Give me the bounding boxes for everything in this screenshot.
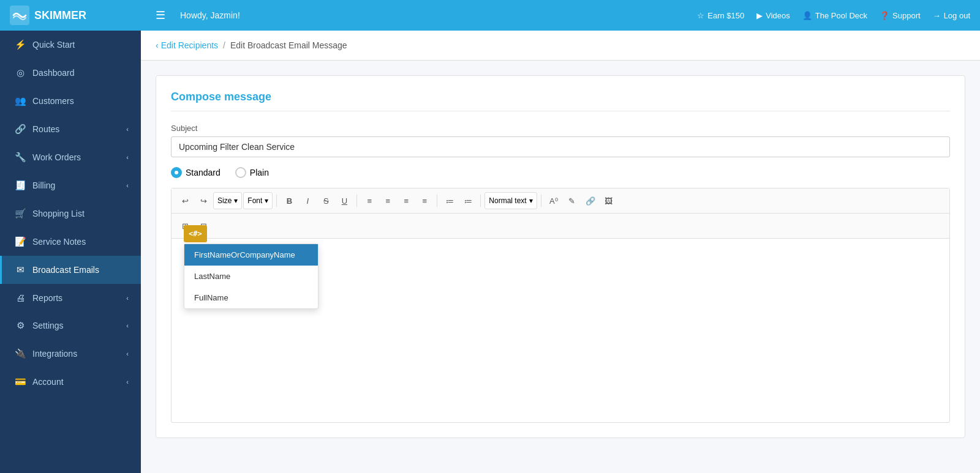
logout-icon: → [933,11,941,20]
subject-input[interactable] [171,136,950,157]
dropdown-item-last-name[interactable]: LastName [184,266,318,287]
greeting-text: Howdy, Jazmin! [180,10,240,20]
undo-button[interactable]: ↩ [176,192,194,209]
sidebar-label-settings: Settings [32,321,64,330]
breadcrumb-separator: / [223,40,225,50]
sidebar-item-work-orders[interactable]: 🔧 Work Orders ‹ [0,143,141,171]
sidebar-icon-dashboard: ◎ [14,67,26,78]
logo-text: SKIMMER [34,9,86,22]
sidebar-icon-settings: ⚙ [14,320,26,331]
pool-deck-link[interactable]: 👤 The Pool Deck [802,11,867,20]
font-chevron-icon: ▾ [265,196,268,205]
chevron-icon-settings: ‹ [126,322,129,329]
underline-button[interactable]: U [336,192,353,209]
sidebar-label-shopping-list: Shopping List [32,209,85,218]
layout: ⚡ Quick Start ◎ Dashboard 👥 Customers 🔗 … [0,31,980,473]
ordered-list-button[interactable]: ≔ [441,192,458,209]
pen-button[interactable]: ✎ [564,192,581,209]
toolbar-divider-2 [356,195,357,207]
chevron-icon-reports: ‹ [126,294,129,302]
sidebar-label-customers: Customers [32,96,74,106]
sidebar-label-billing: Billing [32,181,55,190]
align-right-button[interactable]: ≡ [398,192,415,209]
sidebar-label-work-orders: Work Orders [32,152,81,162]
format-button[interactable]: A⁰ [545,192,562,209]
merge-tag-button[interactable]: <#> [184,225,207,242]
merge-tag-dropdown: FirstNameOrCompanyNameLastNameFullName [184,244,318,309]
align-left-button[interactable]: ≡ [361,192,378,209]
sidebar-icon-billing: 🧾 [14,180,26,191]
sidebar-icon-integrations: 🔌 [14,348,26,359]
sidebar-item-dashboard[interactable]: ◎ Dashboard [0,59,141,87]
align-center-button[interactable]: ≡ [379,192,396,209]
normal-text-chevron-icon: ▾ [529,196,533,205]
hamburger-icon[interactable]: ☰ [156,9,165,22]
dropdown-item-first-name-or-company[interactable]: FirstNameOrCompanyName [184,244,318,266]
chevron-icon-account: ‹ [126,378,129,385]
size-select[interactable]: Size ▾ [213,192,242,209]
sidebar-icon-reports: 🖨 [14,292,26,303]
sidebar-label-quick-start: Quick Start [32,40,75,50]
font-select[interactable]: Font ▾ [243,192,273,209]
sidebar-item-settings[interactable]: ⚙ Settings ‹ [0,311,141,340]
sidebar-icon-work-orders: 🔧 [14,152,26,163]
sidebar-item-broadcast-emails[interactable]: ✉ Broadcast Emails [0,256,141,284]
compose-section: Compose message Subject Standard Plain [156,75,965,438]
strikethrough-button[interactable]: S [317,192,334,209]
sidebar-item-reports[interactable]: 🖨 Reports ‹ [0,284,141,311]
sidebar-item-routes[interactable]: 🔗 Routes ‹ [0,115,141,143]
plain-label: Plain [250,168,269,177]
breadcrumb: ‹ Edit Recipients / Edit Broadcast Email… [141,31,980,61]
topnav-greeting-area: ☰ Howdy, Jazmin! [151,9,697,22]
sidebar-label-routes: Routes [32,124,59,134]
breadcrumb-back-link[interactable]: ‹ Edit Recipients [156,40,218,50]
sidebar-item-customers[interactable]: 👥 Customers [0,87,141,115]
standard-label: Standard [186,168,221,177]
logo: SKIMMER [10,6,151,25]
italic-button[interactable]: I [299,192,316,209]
sidebar-label-account: Account [32,377,64,387]
dropdown-item-full-name[interactable]: FullName [184,287,318,308]
sidebar-item-shopping-list[interactable]: 🛒 Shopping List [0,199,141,228]
align-justify-button[interactable]: ≡ [416,192,433,209]
pool-deck-icon: 👤 [802,11,812,20]
topnav-right: ☆ Earn $150 ▶ Videos 👤 The Pool Deck ❓ S… [697,11,970,20]
bold-button[interactable]: B [281,192,298,209]
normal-text-select[interactable]: Normal text ▾ [484,192,537,209]
sidebar-icon-service-notes: 📝 [14,236,26,247]
chevron-icon-integrations: ‹ [126,350,129,357]
sidebar-icon-broadcast-emails: ✉ [14,264,26,275]
play-icon: ▶ [756,11,763,20]
star-icon: ☆ [697,11,704,20]
sidebar-icon-shopping-list: 🛒 [14,208,26,219]
sidebar-item-billing[interactable]: 🧾 Billing ‹ [0,171,141,199]
sidebar-item-integrations[interactable]: 🔌 Integrations ‹ [0,340,141,368]
sidebar-item-account[interactable]: 💳 Account ‹ [0,368,141,396]
sidebar-item-service-notes[interactable]: 📝 Service Notes [0,228,141,256]
plain-radio-circle [235,167,246,178]
sidebar-item-quick-start[interactable]: ⚡ Quick Start [0,31,141,59]
logo-icon [10,6,29,25]
size-chevron-icon: ▾ [234,196,238,205]
support-link[interactable]: ❓ Support [880,11,921,20]
plain-radio[interactable]: Plain [235,167,269,178]
toolbar-divider-1 [276,195,277,207]
subject-label: Subject [171,124,950,133]
breadcrumb-current: Edit Broadcast Email Message [230,40,347,50]
chevron-left-icon: ‹ [156,40,159,50]
sidebar-icon-customers: 👥 [14,95,26,106]
toolbar-divider-4 [480,195,481,207]
toolbar-divider-3 [437,195,437,207]
standard-radio-circle [171,167,182,178]
editor-toolbar: ↩ ↪ Size ▾ Font ▾ B I S [172,188,949,214]
image-button[interactable]: 🖼 [600,192,617,209]
logout-link[interactable]: → Log out [933,11,970,20]
compose-title: Compose message [171,91,950,111]
standard-radio[interactable]: Standard [171,167,221,178]
videos-link[interactable]: ▶ Videos [756,11,790,20]
unordered-list-button[interactable]: ≔ [459,192,477,209]
editor-container: ↩ ↪ Size ▾ Font ▾ B I S [171,188,950,423]
redo-button[interactable]: ↪ [195,192,212,209]
link-button[interactable]: 🔗 [582,192,599,209]
earn-link[interactable]: ☆ Earn $150 [697,11,744,20]
